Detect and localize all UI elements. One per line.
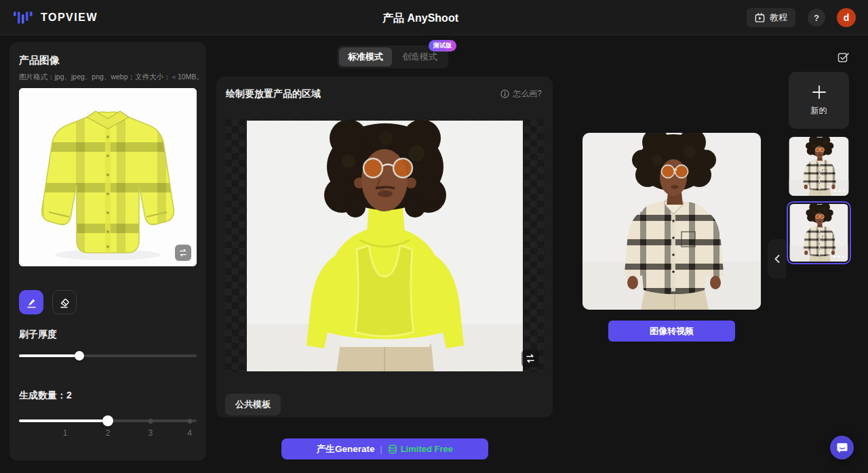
brush-tool-button[interactable] [19,290,43,314]
thumbnail-more-button[interactable] [834,190,846,192]
history-thumbnail-1[interactable] [789,137,849,196]
tab-standard-mode[interactable]: 标准模式 [339,47,392,66]
anyshoot-app: TOPVIEW 产品 AnyShoot 教程 ? d 产品图像 图片格式：jpg… [0,0,868,473]
mask-canvas[interactable] [225,119,545,372]
tick-label: 3 [149,428,153,438]
help-label: ? [814,13,819,23]
count-tick-labels: 1 2 3 4 [19,428,197,438]
mode-tabs: 标准模式 创造模式 测试版 [337,45,448,68]
thumbnail-image [789,204,848,262]
multi-select-icon[interactable] [837,52,850,64]
tutorial-button[interactable]: 教程 [747,8,795,27]
masked-model-image [247,121,523,371]
slider-thumb[interactable] [102,415,113,426]
count-value: 2 [66,390,72,400]
swap-product-button[interactable] [175,245,191,261]
swap-canvas-button[interactable] [521,350,539,367]
page-title: 产品 AnyShoot [0,12,841,26]
plus-icon [811,84,827,100]
slider-fill [19,354,79,357]
user-avatar[interactable]: d [837,8,856,27]
info-icon [500,89,509,98]
help-button[interactable]: ? [808,9,825,26]
new-generation-button[interactable]: 新的 [789,72,849,129]
draw-region-card: 绘制要放置产品的区域 怎么画? 公共模板 [216,77,553,417]
generate-divider: | [380,445,382,454]
result-model-image [583,133,761,310]
product-panel: 产品图像 图片格式：jpg、jpeg、png、webp；文件大小：＜10MB。 [9,42,206,461]
brush-icon [26,297,37,308]
count-dot-3[interactable] [148,419,153,424]
swap-icon [525,353,536,364]
tick-label: 2 [106,428,111,438]
how-to-draw-link[interactable]: 怎么画? [500,88,542,100]
coins-icon [388,445,397,454]
collapse-sidebar-handle[interactable] [768,239,786,279]
limited-free-text: Limited Free [401,444,453,454]
canvas-model-image[interactable] [247,121,523,371]
tutorial-label: 教程 [770,12,787,24]
thumbnail-image [789,137,849,196]
count-dot-1[interactable] [64,419,66,422]
generate-count-slider[interactable] [19,415,197,426]
generate-button[interactable]: 产生Generate | Limited Free [281,438,488,459]
generate-count-label: 生成数量：2 [19,390,72,402]
swap-icon [178,248,188,258]
how-to-draw-label: 怎么画? [513,88,542,100]
eraser-icon [59,297,71,308]
limited-free-label: Limited Free [388,444,453,454]
chat-bubble-icon [836,442,848,454]
eraser-tool-button[interactable] [52,290,77,314]
thumbnail-image-frame [789,204,848,262]
image-to-video-button[interactable]: 图像转视频 [608,321,735,342]
thumbnail-more-button[interactable] [833,255,845,258]
history-thumbnail-2-selected[interactable] [787,201,851,264]
mask-tools [19,290,77,314]
count-dot-4[interactable] [187,419,192,424]
count-label-text: 生成数量： [19,390,66,400]
product-image[interactable] [19,88,197,266]
brush-thickness-slider[interactable] [19,350,197,361]
product-shirt-image [19,88,197,266]
slider-thumb[interactable] [75,351,84,361]
top-header: TOPVIEW 产品 AnyShoot 教程 ? d [0,0,868,35]
chevron-left-icon [774,255,780,263]
beta-badge: 测试版 [429,40,456,52]
new-label: 新的 [811,105,827,117]
video-tutorial-icon [755,13,765,23]
tick-label: 1 [63,428,68,438]
brush-thickness-label: 刷子厚度 [19,329,57,341]
public-template-button[interactable]: 公共模板 [225,394,281,415]
avatar-initial: d [844,12,850,23]
support-chat-button[interactable] [830,436,854,459]
result-image[interactable] [583,133,761,310]
generate-label: 产生Generate [317,443,375,455]
file-format-hint: 图片格式：jpg、jpeg、png、webp；文件大小：＜10MB。 [19,73,203,82]
draw-region-title: 绘制要放置产品的区域 [226,88,321,100]
product-panel-title: 产品图像 [19,54,60,67]
tick-label: 4 [187,428,192,438]
